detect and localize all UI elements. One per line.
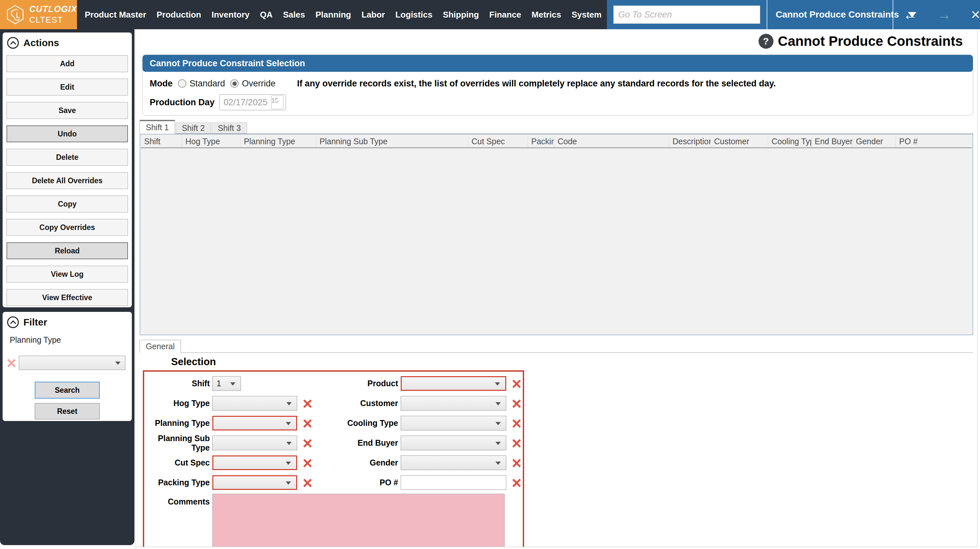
action-button[interactable]: Delete — [6, 149, 128, 166]
nav-menu-item[interactable]: Logistics — [390, 0, 438, 29]
collapse-panel-icon[interactable] — [7, 316, 19, 328]
selection-form-row: Planning Type × Cooling Type — [145, 413, 522, 433]
nav-menu-item[interactable]: Finance — [484, 0, 527, 29]
mode-radio-group: Standard Override — [173, 78, 276, 89]
clear-icon[interactable]: × — [509, 375, 524, 392]
page-title: Cannot Produce Constraints — [778, 34, 963, 49]
action-button[interactable]: View Effective — [6, 289, 128, 306]
chevron-down-icon — [496, 461, 501, 465]
action-button[interactable]: View Log — [6, 266, 128, 282]
grid-column-header[interactable]: End Buyer — [811, 135, 853, 147]
nav-menu-item[interactable]: Shipping — [438, 0, 484, 29]
nav-menu-item[interactable]: Metrics — [527, 0, 566, 29]
mode-radio-option[interactable]: Standard — [178, 78, 225, 89]
grid-body-empty — [141, 148, 972, 335]
grid-column-header[interactable]: Planning Sub Type — [316, 135, 468, 147]
clear-icon[interactable]: × — [301, 474, 315, 491]
field-label: Customer — [316, 399, 398, 408]
production-day-input[interactable]: 02/17/2025 15 — [219, 94, 286, 110]
field-select[interactable] — [212, 416, 297, 431]
back-arrow-icon[interactable]: ← — [903, 8, 917, 22]
grid-column-header[interactable]: Customer — [711, 135, 768, 147]
action-button[interactable]: Save — [6, 102, 128, 119]
mode-radio-option[interactable]: Override — [230, 78, 276, 89]
clear-icon[interactable]: × — [6, 354, 16, 371]
field-select[interactable] — [212, 475, 297, 490]
field-select[interactable] — [212, 455, 297, 470]
calendar-icon[interactable]: 15 — [271, 96, 283, 109]
nav-menu-item[interactable]: Inventory — [206, 0, 255, 29]
nav-menu-item[interactable]: System — [566, 0, 607, 29]
field-select[interactable] — [401, 436, 506, 450]
planning-type-filter-select[interactable] — [19, 356, 125, 370]
action-button[interactable]: Add — [6, 55, 128, 72]
grid-column-header[interactable]: Planning Type — [240, 135, 316, 147]
grid-column-header[interactable]: PO # — [896, 135, 918, 147]
chevron-down-icon — [496, 402, 501, 405]
chevron-down-icon — [286, 422, 291, 425]
clear-icon[interactable]: × — [301, 415, 315, 432]
help-icon[interactable]: ? — [759, 34, 773, 49]
action-button[interactable]: Delete All Overrides — [6, 172, 128, 189]
field-select[interactable] — [401, 396, 506, 411]
action-button[interactable]: Undo — [6, 125, 128, 142]
shift-tab[interactable]: Shift 2 — [176, 123, 211, 134]
collapse-panel-icon[interactable] — [7, 37, 19, 49]
action-button[interactable]: Reload — [6, 243, 128, 259]
forward-arrow-icon[interactable]: → — [937, 8, 951, 22]
grid-column-header[interactable]: Cut Spec — [468, 135, 528, 147]
comments-label: Comments — [145, 497, 210, 506]
nav-menu-item[interactable]: QA — [255, 0, 278, 29]
selection-form: Shift 1 × Product — [143, 370, 524, 547]
field-select[interactable] — [401, 455, 506, 470]
action-button[interactable]: Copy Overrides — [6, 219, 128, 236]
grid-column-header[interactable]: Cooling Type — [768, 135, 811, 147]
clear-icon[interactable]: × — [509, 474, 524, 491]
search-button[interactable]: Search — [35, 382, 100, 399]
shift-tab[interactable]: Shift 3 — [212, 123, 247, 134]
grid-column-header[interactable]: Shift — [141, 135, 182, 147]
chevron-down-icon — [286, 461, 291, 465]
nav-menu-item[interactable]: Production — [151, 0, 206, 29]
brand-logo[interactable]: CUTLOGIX CLTEST — [0, 0, 77, 29]
reset-button[interactable]: Reset — [35, 403, 100, 420]
clear-icon[interactable]: × — [301, 395, 315, 412]
screen-selector-label: Cannot Produce Constraints — [776, 10, 899, 20]
field-label: Cooling Type — [316, 418, 398, 428]
clear-icon[interactable]: × — [301, 455, 315, 471]
nav-menu-item[interactable]: Sales — [278, 0, 310, 29]
clear-icon[interactable]: × — [509, 435, 524, 452]
action-button[interactable]: Edit — [6, 78, 128, 96]
clear-icon[interactable]: × — [301, 435, 315, 452]
actions-panel-title: Actions — [23, 37, 59, 48]
field-select[interactable] — [401, 416, 506, 431]
clear-icon[interactable]: × — [509, 395, 524, 412]
field-select[interactable]: 1 — [212, 376, 241, 391]
nav-menu-item[interactable]: Planning — [310, 0, 356, 29]
nav-menu-item[interactable]: Labor — [356, 0, 390, 29]
field-select[interactable] — [401, 376, 506, 391]
close-icon[interactable]: × — [971, 7, 980, 22]
field-select[interactable] — [401, 475, 506, 490]
grid-column-header[interactable]: Packing Type — [528, 135, 554, 147]
clear-icon[interactable]: × — [509, 415, 524, 432]
cutlogix-logo-icon — [5, 5, 25, 25]
shift-tab[interactable]: Shift 1 — [140, 120, 175, 134]
filter-panel-title: Filter — [23, 317, 47, 328]
main-content: ? Cannot Produce Constraints Cannot Prod… — [135, 29, 977, 547]
clear-icon[interactable]: × — [509, 455, 524, 471]
field-label: Gender — [316, 458, 398, 468]
screen-selector-dropdown[interactable]: Cannot Produce Constraints — [767, 0, 892, 29]
goto-screen-input[interactable] — [613, 6, 760, 24]
nav-menu-item[interactable]: Product Master — [80, 0, 151, 29]
grid-column-header[interactable]: Gender — [853, 135, 896, 147]
field-select[interactable] — [212, 436, 297, 450]
grid-column-header[interactable]: Code — [554, 135, 669, 147]
grid-column-header[interactable]: Hog Type — [182, 135, 240, 147]
action-button[interactable]: Copy — [6, 196, 128, 212]
comments-textarea[interactable] — [212, 494, 504, 547]
field-select[interactable] — [212, 396, 297, 411]
filter-field-label: Planning Type — [10, 335, 129, 345]
detail-tab[interactable]: General — [140, 340, 181, 353]
grid-column-header[interactable]: Description — [669, 135, 711, 147]
